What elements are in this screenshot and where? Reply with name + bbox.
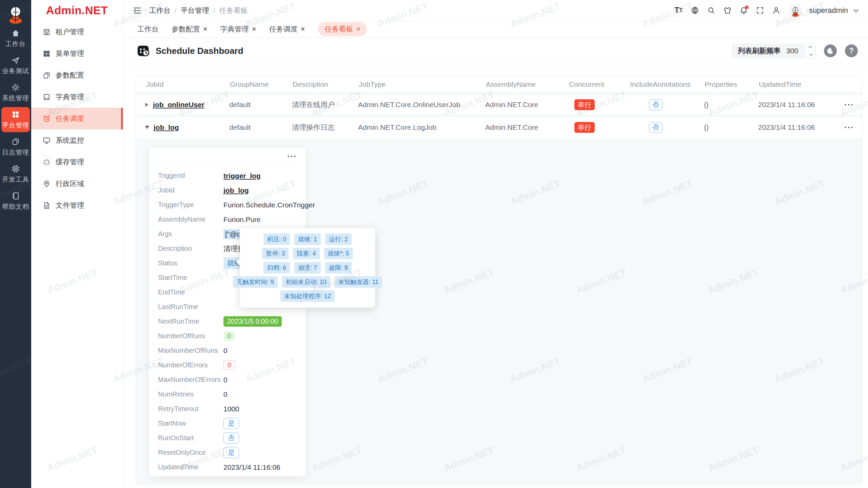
help-icon[interactable]: ? bbox=[845, 44, 858, 57]
cell-group: default bbox=[229, 101, 292, 109]
tab-dict[interactable]: 字典管理 bbox=[220, 24, 256, 34]
fullscreen-icon[interactable] bbox=[753, 4, 766, 17]
table-header-row: JobId GroupName Description JobType Asse… bbox=[136, 77, 862, 92]
close-icon[interactable] bbox=[252, 25, 256, 33]
font-size-icon[interactable]: TT bbox=[672, 4, 685, 17]
tab-label: 字典管理 bbox=[220, 24, 249, 34]
column-header: Properties bbox=[704, 80, 758, 88]
dark-mode-icon[interactable] bbox=[824, 44, 837, 57]
rail-item-log-mgmt[interactable]: 日志管理 bbox=[1, 134, 30, 159]
dict-icon bbox=[42, 93, 51, 101]
status-legend-badge: 积压: 0 bbox=[263, 233, 290, 245]
language-icon[interactable] bbox=[688, 4, 701, 17]
detail-label: TriggerType bbox=[158, 201, 223, 209]
row-actions-button[interactable]: ··· bbox=[836, 100, 862, 109]
sidebar-item-menu[interactable]: 菜单管理 bbox=[31, 43, 123, 64]
cell-group: default bbox=[229, 123, 292, 131]
status-legend-badge: 暂停: 3 bbox=[262, 248, 289, 259]
close-icon[interactable] bbox=[356, 25, 361, 33]
tenant-icon bbox=[42, 28, 51, 36]
detail-label: Status bbox=[158, 259, 223, 267]
topbar: 工作台 平台管理 任务看板 TT bbox=[123, 0, 868, 21]
detail-label: MaxNumberOfErrors bbox=[158, 376, 223, 384]
rail-item-help-docs[interactable]: 帮助文档 bbox=[1, 188, 30, 214]
sidebar-collapse-icon[interactable] bbox=[132, 5, 143, 16]
stepper-decrease-icon[interactable] bbox=[806, 51, 815, 58]
username[interactable]: superadmin bbox=[809, 6, 848, 15]
refresh-frequency-stepper bbox=[806, 43, 816, 59]
sidebar-item-label: 租户管理 bbox=[56, 27, 84, 37]
chevron-down-icon[interactable] bbox=[853, 7, 859, 13]
sidebar-item-dict[interactable]: 字典管理 bbox=[31, 86, 123, 108]
theme-icon[interactable] bbox=[721, 4, 734, 17]
status-legend-badge: 就绪*: 5 bbox=[324, 248, 353, 259]
detail-actions-button[interactable]: ··· bbox=[287, 152, 297, 161]
detail-value: Furion.Pure bbox=[223, 216, 261, 224]
number-of-errors-badge: 0 bbox=[223, 361, 235, 370]
sidebar-item-files[interactable]: 文件管理 bbox=[31, 195, 123, 216]
search-icon[interactable] bbox=[705, 4, 717, 17]
sidebar-item-cache[interactable]: 缓存管理 bbox=[31, 151, 123, 173]
collapse-icon[interactable] bbox=[145, 126, 149, 129]
breadcrumb-item[interactable]: 平台管理 bbox=[181, 6, 215, 15]
tab-label: 参数配置 bbox=[172, 24, 200, 34]
concurrent-badge: 串行 bbox=[574, 99, 595, 110]
status-legend-badge: 初始未启动: 10 bbox=[282, 276, 330, 288]
profile-icon[interactable] bbox=[770, 4, 783, 17]
rail-item-system-mgmt[interactable]: 系统管理 bbox=[1, 80, 30, 105]
sidebar-item-label: 行政区域 bbox=[56, 179, 84, 188]
tab-workbench[interactable]: 工作台 bbox=[137, 24, 159, 34]
expand-icon[interactable] bbox=[145, 103, 149, 107]
sidebar-item-tenant[interactable]: 租户管理 bbox=[31, 21, 123, 43]
sidebar-item-region[interactable]: 行政区域 bbox=[31, 173, 123, 195]
sidebar-item-schedule[interactable]: 任务调度 bbox=[31, 108, 123, 129]
notification-icon[interactable] bbox=[737, 4, 750, 17]
rail-item-platform-mgmt[interactable]: 平台管理 bbox=[1, 107, 30, 132]
close-icon[interactable] bbox=[301, 25, 305, 33]
column-header: JobId bbox=[136, 80, 229, 88]
status-legend-badge: 无触发时间: 9 bbox=[233, 276, 278, 288]
trigger-link[interactable]: trigger_log bbox=[223, 172, 261, 180]
table-row: job_log default 清理操作日志 Admin.NET.Core.Lo… bbox=[136, 117, 862, 138]
row-actions-button[interactable]: ··· bbox=[836, 123, 862, 132]
status-legend-badge: 阻塞: 4 bbox=[293, 248, 319, 259]
rail-item-label: 工作台 bbox=[5, 40, 26, 48]
refresh-frequency-input[interactable]: 列表刷新频率 300 bbox=[732, 43, 804, 59]
cell-updated: 2023/1/4 11:16:06 bbox=[758, 123, 836, 131]
column-header: UpdatedTime bbox=[758, 80, 836, 88]
column-header: Concurrent bbox=[568, 80, 629, 88]
breadcrumb-item[interactable]: 工作台 bbox=[149, 6, 177, 15]
monitor-icon bbox=[42, 136, 51, 145]
rail-item-workbench[interactable]: 工作台 bbox=[1, 26, 30, 51]
job-link[interactable]: job_onlineUser bbox=[153, 101, 204, 109]
send-icon bbox=[11, 56, 20, 65]
detail-label: MaxNumberOfRuns bbox=[158, 347, 223, 354]
status-legend-badge: 就绪: 1 bbox=[294, 233, 321, 245]
jobs-table: JobId GroupName Description JobType Asse… bbox=[136, 76, 862, 485]
menu-icon bbox=[42, 49, 51, 58]
tab-schedule[interactable]: 任务调度 bbox=[269, 24, 305, 34]
detail-label: StartTime bbox=[158, 274, 223, 282]
grid-icon bbox=[11, 110, 20, 119]
sidebar-item-label: 任务调度 bbox=[56, 114, 84, 123]
job-link[interactable]: job_log bbox=[154, 123, 179, 131]
sidebar-item-label: 字典管理 bbox=[56, 92, 84, 102]
sidebar-item-params[interactable]: 参数配置 bbox=[31, 64, 123, 86]
schedule-dashboard-icon bbox=[137, 44, 151, 58]
cell-jobtype: Admin.NET.Core.OnlineUserJob bbox=[358, 101, 485, 109]
rail-item-business-test[interactable]: 业务测试 bbox=[1, 53, 30, 78]
avatar[interactable] bbox=[789, 4, 802, 17]
gear-icon bbox=[11, 83, 20, 92]
breadcrumb: 工作台 平台管理 任务看板 bbox=[149, 6, 248, 15]
stepper-increase-icon[interactable] bbox=[806, 44, 815, 51]
detail-value: 0 bbox=[223, 376, 228, 384]
close-icon[interactable] bbox=[203, 25, 208, 33]
detail-label: StartNow bbox=[158, 420, 223, 427]
tab-schedule-dashboard[interactable]: 任务看板 bbox=[318, 22, 368, 36]
copy-icon bbox=[11, 137, 20, 146]
sidebar-item-monitor[interactable]: 系统监控 bbox=[31, 129, 123, 151]
column-header: GroupName bbox=[229, 80, 292, 88]
tab-params[interactable]: 参数配置 bbox=[172, 24, 208, 34]
rail-item-dev-tools[interactable]: 开发工具 bbox=[1, 161, 30, 186]
job-link[interactable]: job_log bbox=[223, 186, 249, 195]
